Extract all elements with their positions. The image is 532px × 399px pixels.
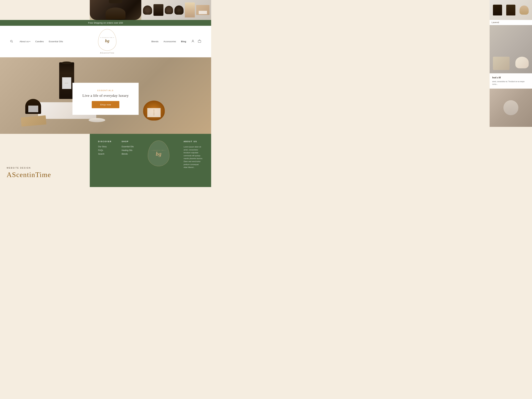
hero-headline: Live a life of everyday luxury bbox=[82, 93, 129, 98]
bottom-section: WEBSITE DESIGN AScentinTime DISCOVER Our… bbox=[0, 134, 211, 187]
svg-line-1 bbox=[12, 42, 13, 42]
footer-faqs-link[interactable]: FAQs bbox=[98, 149, 112, 152]
nav-left: About us ▾ Candles Essential Oils bbox=[20, 40, 63, 43]
small-candle-2 bbox=[153, 4, 163, 16]
candle-label: LG·O bbox=[62, 77, 71, 89]
jar-label: AKASHA bbox=[147, 108, 161, 117]
footer-about-col: ABOUT US Lorem ipsum dolor sit amet, con… bbox=[184, 140, 203, 169]
small-candle-3 bbox=[165, 6, 173, 14]
footer-logo-letters: bg bbox=[156, 151, 161, 157]
logo-arc-text: ✦ ASCENTIN TIME ✦ bbox=[100, 37, 114, 38]
side-candle-label bbox=[28, 106, 38, 112]
announcement-text: Free Shipping on orders over £50 bbox=[88, 22, 123, 24]
header-left: About us ▾ Candles Essential Oils bbox=[10, 40, 63, 43]
announcement-bar: Free Shipping on orders over £50 bbox=[0, 20, 211, 26]
account-icon[interactable] bbox=[191, 40, 195, 44]
nav-about-us-link[interactable]: About us bbox=[20, 40, 29, 43]
footer-essential-oils-link[interactable]: Essential Oils bbox=[121, 146, 134, 148]
logo-subtitle: AScentinTime bbox=[100, 52, 114, 54]
tall-candle-right bbox=[185, 2, 195, 18]
small-candle-1 bbox=[143, 6, 152, 15]
footer-blends-link[interactable]: Blends bbox=[121, 153, 134, 155]
chevron-down-icon: ▾ bbox=[29, 41, 30, 42]
hero-overlay-card: ESSENTIALS Live a life of everyday luxur… bbox=[72, 83, 139, 115]
footer-about-text: Lorem ipsum dolor sit amet, consectetur … bbox=[184, 146, 203, 169]
brand-name-large: AScentinTime bbox=[7, 171, 83, 179]
hero-small-plate bbox=[89, 118, 105, 122]
candle-collection-image bbox=[141, 0, 211, 20]
hero-side-candle bbox=[25, 99, 41, 114]
header-action-icons bbox=[191, 40, 201, 44]
small-candle-4 bbox=[174, 6, 184, 15]
logo-circle: ✦ ASCENTIN TIME ✦ bg bbox=[98, 29, 116, 51]
svg-point-0 bbox=[11, 40, 12, 42]
nav-blog-link[interactable]: Blog bbox=[181, 40, 186, 43]
footer-healing-oils-link[interactable]: Healing Oils bbox=[121, 149, 134, 152]
hero-section: LG·O AKASHA ESSENTIALS Live a life of ev… bbox=[0, 57, 211, 134]
nav-essential-oils-link[interactable]: Essential Oils bbox=[49, 40, 63, 43]
site-logo[interactable]: ✦ ASCENTIN TIME ✦ bg AScentinTime bbox=[98, 29, 116, 54]
nav-about-us[interactable]: About us ▾ bbox=[20, 40, 30, 43]
nav-right: Blends Accessories Blog bbox=[152, 40, 186, 43]
website-design-label: WEBSITE DESIGN bbox=[7, 167, 83, 169]
footer-search-link[interactable]: Search bbox=[98, 153, 112, 155]
hero-tall-candle: LG·O bbox=[59, 62, 74, 99]
nav-candles-link[interactable]: Candles bbox=[35, 40, 44, 43]
footer-logo: ✦ ASCENTIN TIME ✦ bg bbox=[144, 140, 174, 166]
nav-blends-link[interactable]: Blends bbox=[152, 40, 158, 43]
nav-accessories-link[interactable]: Accessories bbox=[164, 40, 176, 43]
footer-panel: DISCOVER Our Story FAQs Search SHOP Esse… bbox=[90, 134, 211, 187]
header-right: Blends Accessories Blog bbox=[152, 40, 201, 44]
shop-now-button[interactable]: Shop now bbox=[92, 101, 119, 108]
brand-panel: WEBSITE DESIGN AScentinTime bbox=[0, 134, 90, 187]
footer-discover-col: DISCOVER Our Story FAQs Search bbox=[98, 140, 112, 156]
search-icon[interactable] bbox=[10, 40, 13, 43]
footer-our-story-link[interactable]: Our Story bbox=[98, 146, 112, 148]
svg-rect-3 bbox=[198, 40, 201, 42]
footer-shop-heading: SHOP bbox=[121, 140, 134, 142]
top-candle-strip bbox=[90, 0, 211, 20]
footer-about-heading: ABOUT US bbox=[184, 140, 203, 142]
footer-discover-heading: DISCOVER bbox=[98, 140, 112, 142]
hero-soap-box bbox=[21, 115, 46, 127]
footer-logo-circle: ✦ ASCENTIN TIME ✦ bg bbox=[148, 140, 169, 166]
svg-point-2 bbox=[192, 40, 194, 41]
hero-candle-image bbox=[90, 0, 141, 20]
essentials-label: ESSENTIALS bbox=[82, 89, 129, 91]
footer-shop-col: SHOP Essential Oils Healing Oils Blends bbox=[121, 140, 134, 156]
cart-icon[interactable] bbox=[198, 40, 201, 44]
hero-amber-jar: AKASHA bbox=[143, 101, 165, 120]
small-jar-right bbox=[196, 5, 209, 15]
logo-letters: bg bbox=[105, 38, 109, 43]
site-header: About us ▾ Candles Essential Oils ✦ ASCE… bbox=[0, 26, 211, 57]
